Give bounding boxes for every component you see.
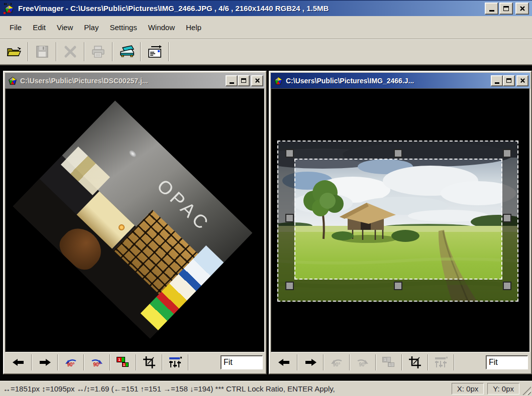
child-titlebar-right[interactable]: C:\Users\Public\Pictures\IMG_2466.J... — [271, 73, 530, 88]
rotate-left-button[interactable]: 90° — [59, 354, 82, 370]
rotate-right-button-disabled[interactable]: 90° — [351, 354, 374, 370]
color-swap-icon: 1 1 — [382, 356, 395, 368]
print-button[interactable] — [86, 41, 111, 62]
main-toolbar — [0, 39, 532, 65]
maximize-icon — [503, 6, 509, 11]
child-toolbar-right: 90° 90° 1 1 — [271, 352, 530, 372]
mdi-workspace: C:\Users\Public\Pictures\DSC00257.j... O… — [0, 65, 532, 380]
toolbar-separator — [56, 42, 57, 61]
close-icon — [519, 6, 525, 12]
print-icon — [91, 45, 106, 59]
minimize-icon — [230, 82, 234, 84]
child-toolbar-left: 90° 90° 1 1 — [5, 352, 265, 372]
delete-button[interactable] — [58, 41, 82, 62]
rotated-photo: OPAC — [13, 100, 253, 339]
zoom-input-left[interactable]: Fit — [221, 355, 263, 369]
color-adjust-button-disabled[interactable]: 1 1 — [377, 354, 400, 370]
rotate-left-button-disabled[interactable]: 90° — [325, 354, 348, 370]
menu-file[interactable]: File — [4, 21, 27, 34]
arrow-right-icon — [304, 358, 316, 366]
child-minimize-button[interactable] — [226, 75, 238, 86]
zoom-input-right[interactable]: Fit — [486, 355, 528, 369]
child-close-button[interactable] — [251, 75, 263, 86]
close-icon — [520, 78, 525, 83]
child-titlebar-left[interactable]: C:\Users\Public\Pictures\DSC00257.j... — [5, 73, 265, 88]
prev-image-button[interactable] — [7, 354, 30, 370]
child-window-img2466: C:\Users\Public\Pictures\IMG_2466.J... — [269, 71, 532, 374]
menu-help[interactable]: Help — [180, 21, 207, 34]
resize-grip[interactable] — [522, 386, 531, 395]
status-x-coordinate: X: 0px — [452, 383, 484, 394]
crop-selection[interactable] — [294, 159, 502, 280]
color-swap-icon: 1 1 — [117, 356, 130, 368]
menu-bar: File Edit View Play Settings Window Help — [0, 16, 532, 39]
scan-button[interactable] — [115, 41, 139, 62]
freevimager-doc-icon — [8, 76, 18, 86]
levels-button[interactable] — [164, 354, 187, 370]
crop-handle-middle-right[interactable] — [503, 214, 511, 222]
crop-handle-middle-left[interactable] — [285, 214, 294, 222]
arrow-left-icon — [278, 358, 290, 366]
levels-button-disabled[interactable] — [430, 354, 453, 370]
minimize-button[interactable] — [485, 3, 498, 15]
crop-button[interactable] — [403, 354, 427, 370]
prev-image-button[interactable] — [273, 354, 296, 370]
crop-icon — [408, 356, 421, 369]
levels-icon — [169, 356, 182, 368]
image-canvas-right[interactable] — [271, 88, 530, 352]
save-button[interactable] — [30, 41, 54, 62]
close-icon — [255, 78, 260, 83]
scanner-icon — [119, 45, 135, 59]
levels-icon — [435, 356, 448, 368]
child-maximize-button[interactable] — [238, 75, 250, 86]
crop-handle-top-right[interactable] — [503, 149, 511, 158]
menu-settings[interactable]: Settings — [104, 21, 142, 34]
freevimager-window: FreeVimager - C:\Users\Public\Pictures\I… — [0, 0, 532, 396]
toolbar-separator — [28, 42, 29, 61]
toolbar-separator — [84, 42, 85, 61]
menu-view[interactable]: View — [51, 21, 78, 34]
maximize-icon — [241, 78, 246, 83]
maximize-icon — [506, 78, 511, 83]
child-minimize-button[interactable] — [491, 75, 503, 86]
toolbar-separator — [112, 42, 113, 61]
menu-edit[interactable]: Edit — [27, 21, 51, 34]
crop-handle-top-left[interactable] — [285, 149, 294, 158]
freevimager-doc-icon — [273, 76, 283, 86]
email-button[interactable] — [143, 41, 167, 62]
child-title-right: C:\Users\Public\Pictures\IMG_2466.J... — [286, 77, 491, 85]
main-titlebar[interactable]: FreeVimager - C:\Users\Public\Pictures\I… — [0, 0, 532, 16]
crop-handle-top-center[interactable] — [394, 149, 402, 158]
crop-handle-bottom-right[interactable] — [503, 282, 511, 290]
crop-button[interactable] — [138, 354, 161, 370]
child-maximize-button[interactable] — [503, 75, 515, 86]
arrow-left-icon — [13, 358, 25, 366]
open-button[interactable] — [2, 41, 26, 62]
color-adjust-button[interactable]: 1 1 — [112, 354, 135, 370]
next-image-button[interactable] — [33, 354, 56, 370]
menu-window[interactable]: Window — [143, 21, 180, 34]
maximize-button[interactable] — [499, 3, 513, 15]
window-title: FreeVimager - C:\Users\Public\Pictures\I… — [18, 4, 485, 13]
app-logo-icon — [3, 3, 15, 15]
image-canvas-left[interactable]: OPAC — [5, 88, 265, 352]
toolbar-separator — [140, 42, 141, 61]
child-title-left: C:\Users\Public\Pictures\DSC00257.j... — [20, 77, 226, 85]
menu-play[interactable]: Play — [78, 21, 104, 34]
close-button[interactable] — [515, 3, 529, 15]
minimize-icon — [489, 10, 494, 12]
status-bar: ↔=1851px ↕=1095px ↔/↕=1.69 (←=151 ↑=151 … — [0, 380, 532, 396]
email-icon — [147, 45, 162, 59]
minimize-icon — [495, 82, 499, 84]
crop-handle-bottom-left[interactable] — [285, 282, 294, 290]
toolbar-separator — [168, 42, 169, 61]
crop-handle-bottom-center[interactable] — [394, 282, 402, 290]
landscape-photo — [277, 141, 518, 302]
rotate-right-button[interactable]: 90° — [85, 354, 109, 370]
child-close-button[interactable] — [516, 75, 528, 86]
status-message: ↔=1851px ↕=1095px ↔/↕=1.69 (←=151 ↑=151 … — [3, 384, 448, 393]
next-image-button[interactable] — [299, 354, 322, 370]
crop-icon — [143, 356, 156, 369]
open-folder-icon — [7, 45, 22, 59]
child-window-dsc00257: C:\Users\Public\Pictures\DSC00257.j... O… — [3, 71, 267, 374]
